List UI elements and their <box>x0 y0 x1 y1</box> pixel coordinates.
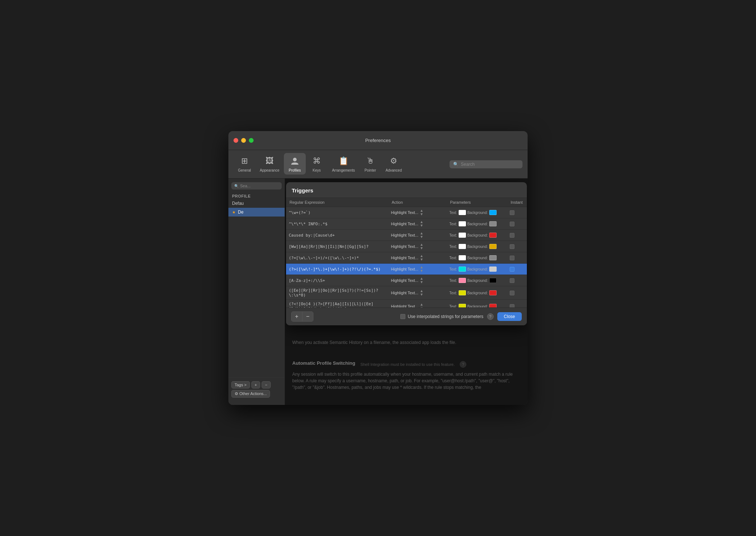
action-cell[interactable]: Highlight Text...▲▼ <box>388 230 447 241</box>
toolbar-label-pointer: Pointer <box>364 168 376 172</box>
regex-cell: [A-Za-z]+:/\\S+ <box>286 275 388 286</box>
instant-cell[interactable] <box>507 264 527 275</box>
sidebar: 🔍 Profile Defau ★ De Tags > + − ⚙ Other … <box>228 179 285 405</box>
tags-button[interactable]: Tags > <box>231 381 250 388</box>
profiles-icon <box>289 155 301 167</box>
pointer-icon: 🖱 <box>364 155 376 167</box>
instant-cell[interactable] <box>507 241 527 252</box>
modal-header: Triggers <box>286 182 527 198</box>
instant-cell[interactable] <box>507 230 527 241</box>
toolbar-label-keys: Keys <box>313 168 321 172</box>
maximize-window-button[interactable] <box>249 138 254 143</box>
params-cell: Text:Background: <box>447 241 507 252</box>
instant-checkbox[interactable] <box>510 233 514 238</box>
preferences-window: Preferences ⊞ General 🖼 Appearance Profi… <box>228 131 528 405</box>
triggers-modal: Triggers Regular Expression Action Param… <box>286 182 527 325</box>
action-cell[interactable]: Highlight Text...▲▼ <box>388 252 447 264</box>
instant-cell[interactable] <box>507 218 527 230</box>
star-icon: ★ <box>232 210 236 215</box>
table-row[interactable]: [A-Za-z]+:/\\S+Highlight Text...▲▼Text:B… <box>286 275 527 286</box>
sidebar-search-icon: 🔍 <box>234 184 239 188</box>
triggers-table: Regular Expression Action Parameters Ins… <box>286 198 527 307</box>
toolbar-item-advanced[interactable]: ⚙ Advanced <box>381 153 406 175</box>
modal-title: Triggers <box>292 187 313 194</box>
instant-checkbox[interactable] <box>510 244 514 249</box>
toolbar-item-keys[interactable]: ⌘ Keys <box>306 153 328 175</box>
instant-checkbox[interactable] <box>510 278 514 283</box>
close-window-button[interactable] <box>234 138 238 143</box>
help-button[interactable]: ? <box>487 313 494 320</box>
sidebar-item-starred[interactable]: ★ De <box>228 208 285 217</box>
params-cell: Text:Background: <box>447 275 507 286</box>
toolbar-item-general[interactable]: ⊞ General <box>234 153 255 175</box>
minimize-window-button[interactable] <box>241 138 246 143</box>
toolbar-label-profiles: Profiles <box>289 168 301 172</box>
table-row[interactable]: Caused by:|Cause\d+Highlight Text...▲▼Te… <box>286 230 527 241</box>
toolbar-item-profiles[interactable]: Profiles <box>284 153 306 175</box>
add-trigger-button[interactable]: + <box>292 312 302 321</box>
regex-cell: (?<![Oo]4 )(?>[Ff][Aa][Ii][Ll]([Ee][Dd])… <box>286 300 388 308</box>
toolbar-search[interactable]: 🔍 <box>450 160 522 168</box>
instant-cell[interactable] <box>507 275 527 286</box>
sidebar-search-input[interactable] <box>240 184 279 188</box>
action-cell[interactable]: Highlight Text...▲▼ <box>388 218 447 230</box>
params-cell: Text:Background: <box>447 207 507 218</box>
table-row[interactable]: ^\*\*\* INFO:.*$Highlight Text...▲▼Text:… <box>286 218 527 230</box>
action-cell[interactable]: Highlight Text...▲▼ <box>388 275 447 286</box>
traffic-lights <box>234 138 254 143</box>
svg-point-0 <box>293 158 297 161</box>
instant-checkbox[interactable] <box>510 291 514 295</box>
instant-checkbox[interactable] <box>510 222 514 226</box>
action-cell[interactable]: Highlight Text...▲▼ <box>388 241 447 252</box>
toolbar-label-advanced: Advanced <box>386 168 402 172</box>
table-row[interactable]: [Ww][Aa][Rr][Nn][Ii][Nn][Gg][Ss]?Highlig… <box>286 241 527 252</box>
instant-checkbox[interactable] <box>510 304 514 308</box>
sidebar-item-default[interactable]: Defau <box>228 199 285 208</box>
modal-body: Regular Expression Action Parameters Ins… <box>286 198 527 307</box>
action-cell[interactable]: Highlight Text...▲▼ <box>388 300 447 308</box>
instant-cell[interactable] <box>507 286 527 300</box>
toolbar-item-pointer[interactable]: 🖱 Pointer <box>359 153 381 175</box>
search-input[interactable] <box>461 162 519 167</box>
table-row[interactable]: (?>([\w\!-]*\.)+[\w\!-]+)(?!\/)(?=.*$)Hi… <box>286 264 527 275</box>
table-row[interactable]: ([Ee][Rr][Rr][Oo][Rr][Ss]?)(?!=[Ss])?\:\… <box>286 286 527 300</box>
remove-trigger-button[interactable]: − <box>302 312 313 321</box>
main-content: 🔍 Profile Defau ★ De Tags > + − ⚙ Other … <box>228 179 528 405</box>
action-cell[interactable]: Highlight Text...▲▼ <box>388 207 447 218</box>
add-remove-buttons: + − <box>291 311 314 322</box>
add-profile-button[interactable]: + <box>251 381 260 388</box>
other-actions-button[interactable]: ⚙ Other Actions... <box>231 390 270 398</box>
interpolate-checkbox[interactable] <box>400 314 405 319</box>
close-modal-button[interactable]: Close <box>497 312 522 321</box>
action-cell[interactable]: Highlight Text...▲▼ <box>388 264 447 275</box>
action-cell[interactable]: Highlight Text...▲▼ <box>388 286 447 300</box>
sidebar-search-container[interactable]: 🔍 <box>231 182 282 189</box>
regex-cell: Caused by:|Cause\d+ <box>286 230 388 241</box>
toolbar-label-appearance: Appearance <box>260 168 279 172</box>
regex-cell: (?=[\w\.\-~]+)/+([\w\.\-~]+)* <box>286 252 388 264</box>
regex-cell: [Ww][Aa][Rr][Nn][Ii][Nn][Gg][Ss]? <box>286 241 388 252</box>
appearance-icon: 🖼 <box>264 155 275 167</box>
table-row[interactable]: ^\w+(?=`)Highlight Text...▲▼Text:Backgro… <box>286 207 527 218</box>
instant-cell[interactable] <box>507 207 527 218</box>
toolbar-item-appearance[interactable]: 🖼 Appearance <box>255 153 284 175</box>
params-cell: Text:Background: <box>447 230 507 241</box>
instant-cell[interactable] <box>507 252 527 264</box>
toolbar: ⊞ General 🖼 Appearance Profiles ⌘ Keys 📋… <box>228 150 528 179</box>
remove-profile-button[interactable]: − <box>262 381 270 388</box>
params-cell: Text:Background: <box>447 286 507 300</box>
modal-footer: + − Use interpolated strings for paramet… <box>286 307 527 325</box>
instant-checkbox[interactable] <box>510 267 514 272</box>
instant-checkbox[interactable] <box>510 210 514 215</box>
table-row[interactable]: (?=[\w\.\-~]+)/+([\w\.\-~]+)*Highlight T… <box>286 252 527 264</box>
advanced-icon: ⚙ <box>388 155 400 167</box>
instant-cell[interactable] <box>507 300 527 308</box>
content-area: Triggers Regular Expression Action Param… <box>285 179 528 405</box>
instant-checkbox[interactable] <box>510 256 514 260</box>
triggers-table-container[interactable]: Regular Expression Action Parameters Ins… <box>286 198 527 307</box>
toolbar-item-arrangements[interactable]: 📋 Arrangements <box>328 153 359 175</box>
table-row[interactable]: (?<![Oo]4 )(?>[Ff][Aa][Ii][Ll]([Ee][Dd])… <box>286 300 527 308</box>
regex-cell: ^\*\*\* INFO:.*$ <box>286 218 388 230</box>
search-icon: 🔍 <box>453 162 459 167</box>
col-regex: Regular Expression <box>286 198 388 207</box>
